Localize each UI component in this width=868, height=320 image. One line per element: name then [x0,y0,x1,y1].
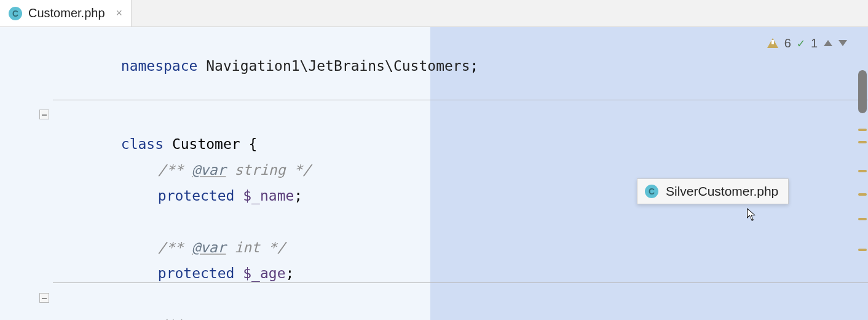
tab-label: Customer.php [28,6,105,20]
fold-handle-icon[interactable] [39,110,49,119]
error-stripe-mark[interactable] [858,193,867,196]
token-variable: $_age [234,265,285,281]
typo-count: 1 [811,36,818,50]
scrollbar-track[interactable] [858,27,867,320]
error-stripe-mark[interactable] [858,249,867,251]
code[interactable]: namespace Navigation1\JetBrains\Customer… [53,27,868,320]
stripe-tooltip[interactable]: C SilverCustomer.php [637,178,789,204]
error-stripe-mark[interactable] [858,141,867,143]
warning-icon [767,38,778,48]
token-punct: ; [470,58,479,74]
token-keyword: protected [158,188,235,204]
tab-customer-php[interactable]: C Customer.php × [0,0,132,26]
token-keyword: namespace [121,58,198,74]
token-punct: ; [294,188,302,204]
fold-handle-icon[interactable] [39,293,49,303]
class-file-icon: C [645,185,658,198]
gutter [0,27,53,320]
chevron-down-icon[interactable] [838,40,847,46]
typo-icon: ✓ [797,36,805,50]
error-stripe-mark[interactable] [858,170,867,172]
token-variable: $_name [234,188,294,204]
token-namespace-path: Navigation1\JetBrains\Customers [197,58,470,74]
token-punct: ; [286,265,294,281]
editor: namespace Navigation1\JetBrains\Customer… [0,27,868,320]
error-stripe-mark[interactable] [858,218,867,220]
code-area[interactable]: namespace Navigation1\JetBrains\Customer… [53,27,868,320]
token-keyword: protected [158,265,235,281]
editor-tabs-bar: C Customer.php × [0,0,868,27]
error-stripe-mark[interactable] [858,129,867,131]
chevron-up-icon[interactable] [824,40,832,46]
close-icon[interactable]: × [116,7,123,20]
class-file-icon: C [9,7,22,20]
inspections-widget[interactable]: 6 ✓ 1 [762,33,852,53]
tooltip-label: SilverCustomer.php [666,184,778,199]
scrollbar-thumb[interactable] [858,70,867,113]
warning-count: 6 [784,36,791,50]
